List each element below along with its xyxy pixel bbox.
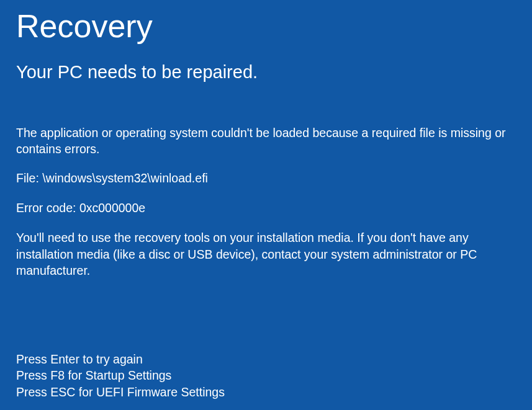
- file-label: File:: [16, 171, 39, 185]
- error-code-value: 0xc000000e: [79, 201, 145, 215]
- action-enter-try-again[interactable]: Press Enter to try again: [16, 351, 225, 367]
- file-line: File: \windows\system32\winload.efi: [16, 170, 516, 186]
- action-f8-startup-settings[interactable]: Press F8 for Startup Settings: [16, 367, 225, 383]
- file-path: \windows\system32\winload.efi: [42, 171, 208, 185]
- page-title: Recovery: [16, 7, 516, 45]
- recovery-instructions: You'll need to use the recovery tools on…: [16, 230, 516, 279]
- error-code-label: Error code:: [16, 201, 76, 215]
- error-code-line: Error code: 0xc000000e: [16, 200, 516, 216]
- footer-actions: Press Enter to try again Press F8 for St…: [16, 351, 225, 400]
- action-esc-uefi-settings[interactable]: Press ESC for UEFI Firmware Settings: [16, 384, 225, 400]
- body-block: The application or operating system coul…: [16, 125, 516, 279]
- error-message: The application or operating system coul…: [16, 125, 516, 158]
- page-subtitle: Your PC needs to be repaired.: [16, 62, 516, 82]
